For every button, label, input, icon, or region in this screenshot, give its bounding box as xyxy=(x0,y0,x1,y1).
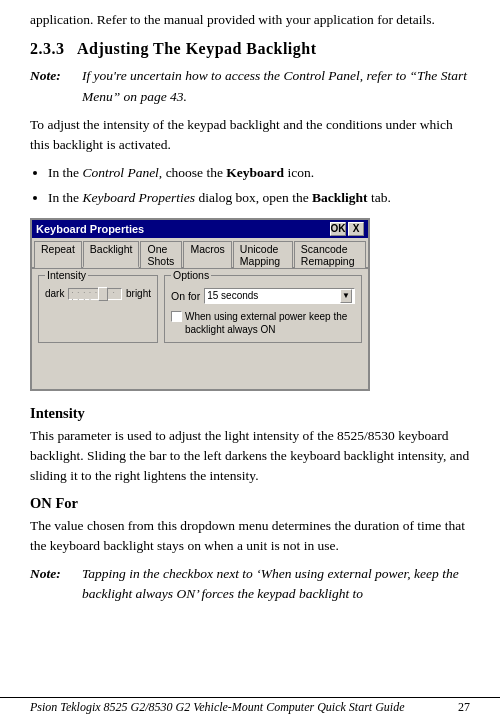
on-for-heading: ON For xyxy=(30,495,470,512)
bullet1-pre: In the xyxy=(48,165,83,180)
on-for-label: On for xyxy=(171,290,200,302)
note2-label: Note: xyxy=(30,564,82,605)
bullet1-bold: Keyboard xyxy=(226,165,284,180)
note2-block: Note: Tapping in the checkbox next to ‘W… xyxy=(30,564,470,605)
on-for-para: The value chosen from this dropdown menu… xyxy=(30,516,470,557)
bullet-item-1: In the Control Panel, choose the Keyboar… xyxy=(48,163,470,183)
dialog-body: Intensity dark . . . . . . . . . . . . b… xyxy=(32,269,368,349)
options-group: Options On for 15 seconds ▼ When using e… xyxy=(164,275,362,343)
footer: Psion Teklogix 8525 G2/8530 G2 Vehicle-M… xyxy=(0,697,500,717)
bullet2-italic: Keyboard Properties xyxy=(83,190,196,205)
external-power-checkbox[interactable] xyxy=(171,311,182,322)
page-number: 27 xyxy=(458,700,470,715)
dialog-titlebar: Keyboard Properties OK X xyxy=(32,220,368,238)
bullet-item-2: In the Keyboard Properties dialog box, o… xyxy=(48,188,470,208)
bullet1-post: choose the xyxy=(162,165,226,180)
intensity-para: This parameter is used to adjust the lig… xyxy=(30,426,470,487)
on-for-value: 15 seconds xyxy=(207,290,258,301)
tab-unicode-mapping[interactable]: Unicode Mapping xyxy=(233,241,293,268)
footer-brand: Psion Teklogix 8525 G2/8530 G2 Vehicle-M… xyxy=(30,700,405,715)
tab-scancode-remapping[interactable]: Scancode Remapping xyxy=(294,241,366,268)
dialog-tabs: Repeat Backlight One Shots Macros Unicod… xyxy=(32,238,368,269)
dialog-spacer xyxy=(32,349,368,389)
bullet2-end: tab. xyxy=(368,190,391,205)
bullet1-italic: Control Panel, xyxy=(83,165,163,180)
intro-text: application. Refer to the manual provide… xyxy=(30,10,470,30)
slider-row: dark . . . . . . . . . . . . bright xyxy=(45,288,151,300)
dropdown-arrow-icon[interactable]: ▼ xyxy=(340,289,352,303)
tab-macros[interactable]: Macros xyxy=(183,241,231,268)
ok-button[interactable]: OK xyxy=(330,222,346,236)
slider-dark-label: dark xyxy=(45,288,64,299)
bullet2-post: dialog box, open the xyxy=(195,190,312,205)
bullet2-bold: Backlight xyxy=(312,190,368,205)
slider-track[interactable]: . . . . . . . . . . . . xyxy=(68,288,122,300)
dialog-titlebar-buttons: OK X xyxy=(330,222,364,236)
slider-dots: . . . . . . . . . . . . xyxy=(69,287,121,301)
checkbox-label: When using external power keep the backl… xyxy=(185,310,355,336)
bullet-list: In the Control Panel, choose the Keyboar… xyxy=(48,163,470,208)
intensity-group: Intensity dark . . . . . . . . . . . . b… xyxy=(38,275,158,343)
para1: To adjust the intensity of the keypad ba… xyxy=(30,115,470,156)
checkbox-row: When using external power keep the backl… xyxy=(171,310,355,336)
section-heading: 2.3.3 Adjusting The Keypad Backlight xyxy=(30,40,470,58)
options-group-title: Options xyxy=(171,269,211,281)
section-title: Adjusting The Keypad Backlight xyxy=(77,40,317,57)
tab-repeat[interactable]: Repeat xyxy=(34,241,82,268)
bullet1-end: icon. xyxy=(284,165,314,180)
intensity-heading: Intensity xyxy=(30,405,470,422)
note-label: Note: xyxy=(30,66,82,107)
slider-thumb[interactable] xyxy=(98,287,108,301)
section-number: 2.3.3 xyxy=(30,40,64,57)
on-for-row: On for 15 seconds ▼ xyxy=(171,288,355,304)
on-for-dropdown[interactable]: 15 seconds ▼ xyxy=(204,288,355,304)
intensity-group-title: Intensity xyxy=(45,269,88,281)
note2-text: Tapping in the checkbox next to ‘When us… xyxy=(82,564,470,605)
close-button[interactable]: X xyxy=(348,222,364,236)
tab-one-shots[interactable]: One Shots xyxy=(140,241,182,268)
tab-backlight[interactable]: Backlight xyxy=(83,241,140,268)
slider-bright-label: bright xyxy=(126,288,151,299)
bullet2-pre: In the xyxy=(48,190,83,205)
note-text: If you're uncertain how to access the Co… xyxy=(82,66,470,107)
keyboard-properties-dialog: Keyboard Properties OK X Repeat Backligh… xyxy=(30,218,370,391)
dialog-title: Keyboard Properties xyxy=(36,223,144,235)
note-block: Note: If you're uncertain how to access … xyxy=(30,66,470,107)
